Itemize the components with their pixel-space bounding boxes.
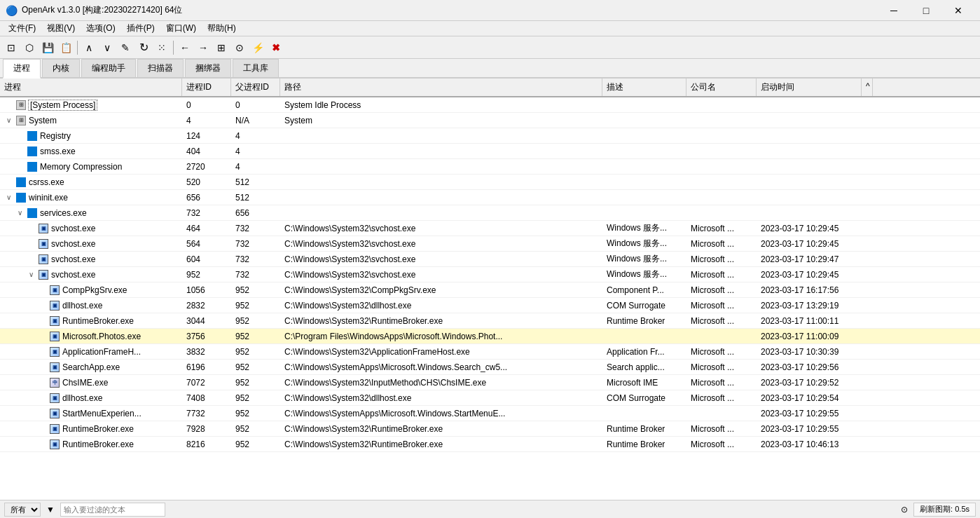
cell-process: ▣dllhost.exe	[0, 391, 182, 405]
process-icon: ▣	[49, 439, 60, 450]
cell-path: C:\Program Files\WindowsApps\Microsoft.W…	[280, 330, 602, 343]
cell-process: ▣svchost.exe	[0, 237, 182, 251]
maximize-button[interactable]: □	[910, 0, 942, 21]
cell-pid: 8216	[182, 438, 231, 451]
tab-5[interactable]: 工具库	[233, 59, 279, 77]
cell-ppid: 4	[231, 130, 280, 142]
tab-2[interactable]: 编程助手	[81, 59, 136, 77]
table-row[interactable]: ▣svchost.exe464732C:\Windows\System32\sv…	[0, 221, 980, 236]
cell-company	[686, 412, 757, 415]
th-company[interactable]: 公司名	[686, 79, 757, 96]
tab-4[interactable]: 捆绑器	[185, 59, 231, 77]
table-row[interactable]: ▣SearchApp.exe6196952C:\Windows\SystemAp…	[0, 360, 980, 375]
expand-icon[interactable]: ∨	[6, 116, 13, 124]
cell-pid: 0	[182, 99, 231, 111]
tab-0[interactable]: 进程	[3, 59, 41, 79]
toolbar-btn-close[interactable]: ✖	[268, 39, 284, 56]
toolbar-btn-save[interactable]: 💾	[39, 39, 56, 56]
menu-item-插件(P)[interactable]: 插件(P)	[121, 21, 160, 36]
table-row[interactable]: ▣StartMenuExperien...7732952C:\Windows\S…	[0, 406, 980, 421]
th-ppid[interactable]: 父进程ID	[231, 79, 280, 96]
menu-item-选项(O)[interactable]: 选项(O)	[81, 21, 120, 36]
cell-ppid: 952	[231, 392, 280, 404]
toolbar-btn-target[interactable]: ⊙	[231, 39, 248, 56]
th-process[interactable]: 进程	[0, 79, 182, 96]
cell-ppid: 732	[231, 268, 280, 281]
toolbar-btn-back[interactable]: ←	[177, 39, 193, 56]
th-path[interactable]: 路径	[280, 79, 602, 96]
cell-path	[280, 150, 602, 153]
cell-company	[686, 196, 757, 199]
process-icon	[27, 130, 38, 142]
table-row[interactable]: ∨wininit.exe656512	[0, 190, 980, 205]
table-row[interactable]: ▣dllhost.exe7408952C:\Windows\System32\d…	[0, 390, 980, 406]
toolbar-btn-forward[interactable]: →	[195, 39, 212, 56]
expand-icon[interactable]: ∨	[6, 193, 13, 201]
refresh-button[interactable]: 刷新图期: 0.5s	[913, 503, 976, 517]
toolbar-btn-star[interactable]: ⚡	[249, 39, 266, 56]
table-row[interactable]: ▣CompPkgSrv.exe1056952C:\Windows\System3…	[0, 282, 980, 298]
close-button[interactable]: ✕	[942, 0, 974, 21]
cell-desc	[602, 119, 686, 122]
cell-time	[757, 196, 862, 199]
table-row[interactable]: ∨⊞System4N/ASystem	[0, 113, 980, 128]
cell-time	[757, 135, 862, 137]
table-row[interactable]: ∨▣svchost.exe952732C:\Windows\System32\s…	[0, 267, 980, 282]
table-row[interactable]: ∨services.exe732656	[0, 205, 980, 221]
expand-icon[interactable]: ∨	[29, 271, 36, 278]
table-row[interactable]: ▣svchost.exe564732C:\Windows\System32\sv…	[0, 236, 980, 252]
table-row[interactable]: ▣Microsoft.Photos.exe3756952C:\Program F…	[0, 329, 980, 344]
th-time[interactable]: 启动时间	[757, 79, 862, 96]
menu-item-帮助(H)[interactable]: 帮助(H)	[202, 21, 242, 36]
cell-pid: 1056	[182, 284, 231, 297]
process-icon: ▣	[38, 238, 49, 250]
toolbar-btn-1[interactable]: ⬡	[21, 39, 38, 56]
cell-process: ▣CompPkgSrv.exe	[0, 283, 182, 297]
table-body[interactable]: ⊞[System Process]00System Idle Process∨⊞…	[0, 97, 980, 500]
table-row[interactable]: csrss.exe520512	[0, 175, 980, 190]
process-icon: ▣	[49, 408, 60, 419]
th-desc[interactable]: 描述	[602, 79, 686, 96]
cell-desc	[602, 135, 686, 137]
table-row[interactable]: ▣RuntimeBroker.exe3044952C:\Windows\Syst…	[0, 313, 980, 329]
cell-pid: 564	[182, 238, 231, 250]
table-row[interactable]: ▣svchost.exe604732C:\Windows\System32\sv…	[0, 252, 980, 267]
toolbar-btn-up[interactable]: ∧	[81, 39, 97, 56]
table-row[interactable]: Registry1244	[0, 128, 980, 144]
tab-1[interactable]: 内核	[42, 59, 80, 77]
table-row[interactable]: smss.exe4044	[0, 144, 980, 159]
toolbar-btn-refresh[interactable]: ↻	[135, 39, 152, 56]
cell-time: 2023-03-17 10:29:45	[757, 222, 862, 235]
table-row[interactable]: ▣RuntimeBroker.exe7928952C:\Windows\Syst…	[0, 421, 980, 437]
titlebar: 🔵 OpenArk v1.3.0 [构建:202302271420] 64位 ─…	[0, 0, 980, 21]
th-pid[interactable]: 进程ID	[182, 79, 231, 96]
cell-time: 2023-03-17 10:30:39	[757, 346, 862, 358]
table-row[interactable]: ⊞[System Process]00System Idle Process	[0, 97, 980, 113]
toolbar-btn-map[interactable]: ⊞	[213, 39, 230, 56]
process-icon	[15, 177, 27, 188]
status-right: ⊙ 刷新图期: 0.5s	[901, 503, 976, 517]
tab-3[interactable]: 扫描器	[137, 59, 184, 77]
cell-pid: 464	[182, 222, 231, 235]
table-row[interactable]: Memory Compression27204	[0, 159, 980, 175]
menu-item-窗口(W)[interactable]: 窗口(W)	[160, 21, 202, 36]
minimize-button[interactable]: ─	[878, 0, 910, 21]
cell-path: C:\Windows\System32\dllhost.exe	[280, 299, 602, 312]
th-scroll: ^	[862, 79, 873, 96]
cell-ppid: 732	[231, 238, 280, 250]
cell-desc: Runtime Broker	[602, 423, 686, 435]
toolbar-btn-grid[interactable]: ⁙	[153, 39, 170, 56]
toolbar-btn-copy[interactable]: 📋	[57, 39, 74, 56]
table-row[interactable]: ▣dllhost.exe2832952C:\Windows\System32\d…	[0, 298, 980, 313]
table-row[interactable]: ▣ApplicationFrameH...3832952C:\Windows\S…	[0, 344, 980, 360]
table-row[interactable]: ▣RuntimeBroker.exe8216952C:\Windows\Syst…	[0, 437, 980, 452]
table-row[interactable]: 中ChsIME.exe7072952C:\Windows\System32\In…	[0, 375, 980, 390]
toolbar-btn-down[interactable]: ∨	[99, 39, 116, 56]
menu-item-文件(F)[interactable]: 文件(F)	[3, 21, 41, 36]
toolbar-btn-edit[interactable]: ✎	[117, 39, 134, 56]
filter-input[interactable]	[60, 503, 165, 517]
expand-icon[interactable]: ∨	[18, 209, 25, 217]
filter-select[interactable]: 所有	[4, 503, 41, 517]
toolbar-btn-0[interactable]: ⊡	[3, 39, 20, 56]
menu-item-视图(V)[interactable]: 视图(V)	[41, 21, 81, 36]
